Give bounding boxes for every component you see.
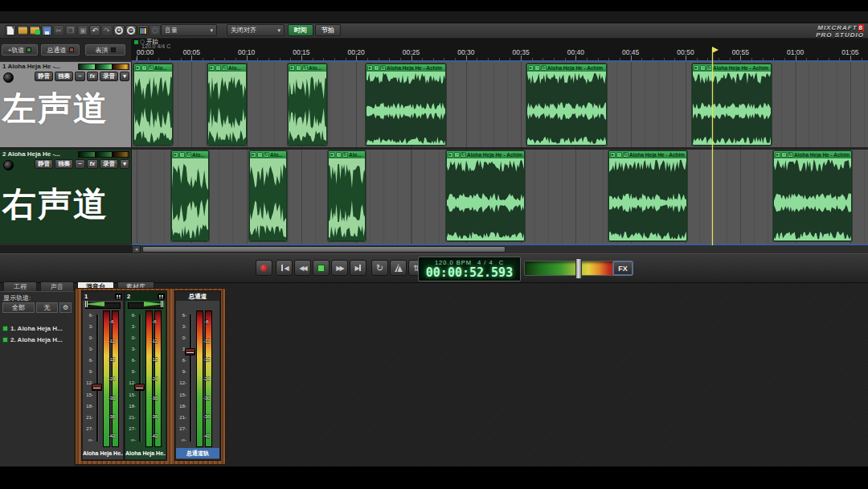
add-track-button[interactable]: +轨道: [2, 44, 38, 55]
undo-icon[interactable]: ↶: [89, 25, 100, 36]
save-icon[interactable]: [41, 25, 52, 36]
volume-fader[interactable]: 6303691215182127∞: [83, 310, 102, 447]
grid-icon[interactable]: [158, 294, 165, 299]
fader-scale-label: 6: [83, 358, 93, 363]
checkbox-icon[interactable]: [2, 337, 8, 343]
mute-button[interactable]: 静音: [35, 72, 53, 81]
audio-clip[interactable]: ▸◔↻Aloha Heja He - Achim: [366, 64, 446, 146]
fast-forward-button[interactable]: ▶▶: [331, 260, 348, 276]
fader-scale-label: 0: [176, 335, 186, 340]
snap-dropdown[interactable]: 关闭对齐 ▾: [227, 24, 285, 36]
fader-handle[interactable]: [185, 348, 195, 355]
master-volume-handle[interactable]: [575, 258, 582, 279]
record-button[interactable]: [256, 260, 272, 276]
automation-button[interactable]: ~: [75, 72, 84, 81]
metronome-button[interactable]: [390, 260, 407, 276]
volume-dropdown[interactable]: 音量 ▾: [161, 24, 217, 36]
paste-icon[interactable]: ▣: [77, 25, 88, 36]
show-all-button[interactable]: 全部: [2, 302, 35, 313]
playhead-flag-icon[interactable]: [712, 47, 719, 53]
open-folder-icon[interactable]: [17, 25, 28, 36]
track-1-lane[interactable]: ▸◔↻Alo...▸◔↻Alo...▸◔↻Alo...▸◔↻Aloha Heja…: [132, 62, 868, 147]
fader-handle[interactable]: [92, 384, 102, 391]
master-track-button[interactable]: 总通道: [41, 44, 80, 55]
zoom-in-icon[interactable]: +: [113, 25, 125, 36]
track-fx-button[interactable]: fx: [87, 159, 99, 169]
checkbox-icon[interactable]: [2, 326, 8, 331]
track-2-lane[interactable]: ▸◔↻Alo...▸◔↻Alo...▸◔↻Alo...▸◔↻Aloha Heja…: [132, 150, 868, 244]
audio-clip[interactable]: ▸◔↻Alo...: [133, 64, 173, 146]
audio-clip[interactable]: ▸◔↻Aloha Heja He - Achim: [446, 150, 525, 241]
audio-clip[interactable]: ▸◔↻Alo...: [249, 150, 287, 241]
audio-clip[interactable]: ▸◔↻Aloha Heja He - Achim: [773, 150, 852, 241]
track-list-item[interactable]: 2. Aloha Heja H...: [2, 334, 73, 345]
tab-project[interactable]: 工程: [3, 281, 37, 291]
meter-scale-label: -12: [145, 339, 163, 343]
master-fx-button[interactable]: FX: [612, 261, 633, 276]
settings-icon[interactable]: [149, 25, 161, 36]
fader-scale-label: 3: [83, 324, 93, 329]
perform-button[interactable]: 表演: [85, 44, 125, 55]
pan-handle[interactable]: [85, 301, 88, 307]
playhead-line[interactable]: [712, 48, 713, 245]
time-mode-button[interactable]: 时间: [288, 24, 313, 36]
gear-icon[interactable]: ⚙: [59, 302, 72, 313]
audio-clip[interactable]: ▸◔↻Alo...: [171, 150, 209, 241]
zoom-out-icon[interactable]: −: [125, 25, 137, 36]
arm-record-button[interactable]: 录音: [100, 72, 118, 81]
audio-clip[interactable]: ▸◔↻Alo...: [207, 64, 247, 146]
pan-slider[interactable]: [83, 301, 123, 310]
cut-icon: ✂: [55, 27, 62, 35]
ruler[interactable]: 开始 120.0 4/4 C 00:0000:0500:1000:1500:20…: [132, 39, 868, 60]
volume-fader[interactable]: 6303691215182127∞: [125, 310, 145, 447]
scroll-left-icon[interactable]: ◂: [132, 245, 141, 253]
chevron-down-icon[interactable]: ▾: [120, 159, 129, 169]
time-display[interactable]: 120.0 BPM 4 / 4 C 00:00:52.593: [418, 257, 521, 281]
grid-icon[interactable]: [115, 294, 122, 299]
loop-button[interactable]: ↻: [371, 260, 388, 276]
clip-play-icon: ▸: [610, 152, 616, 158]
beat-mode-button[interactable]: 节拍: [315, 24, 341, 36]
scrollbar-thumb[interactable]: [142, 246, 506, 253]
audio-clip[interactable]: ▸◔↻Aloha Heja He - Achim: [692, 64, 772, 146]
track-fx-button[interactable]: fx: [87, 72, 99, 81]
mixer-view-icon[interactable]: [137, 25, 149, 36]
rewind-button[interactable]: ◀◀: [294, 260, 311, 276]
clip-label: Alo...: [228, 65, 241, 71]
stop-button[interactable]: [313, 260, 330, 276]
import-folder-icon[interactable]: [29, 25, 40, 36]
new-file-icon[interactable]: [5, 25, 16, 36]
audio-clip[interactable]: ▸◔↻Aloha Heja He - Achim: [526, 64, 607, 146]
tab-sound[interactable]: 声音: [40, 281, 74, 291]
clip-waveform: [366, 72, 445, 145]
pan-slider[interactable]: [125, 301, 166, 310]
track-toolbar: +轨道 总通道 表演: [0, 39, 132, 60]
chevron-down-icon[interactable]: ▾: [120, 72, 129, 81]
audio-clip[interactable]: ▸◔↻Alo...: [328, 150, 366, 241]
arm-record-button[interactable]: 录音: [100, 159, 118, 169]
cut-icon[interactable]: ✂: [53, 25, 64, 36]
fader-handle[interactable]: [134, 384, 145, 391]
mute-button[interactable]: 静音: [35, 159, 53, 169]
rewind-icon: ◀: [284, 265, 287, 272]
audio-clip[interactable]: ▸◔↻Aloha Heja He - Achim: [608, 150, 687, 241]
automation-button[interactable]: ~: [75, 159, 84, 169]
meter-scale-label: -36: [145, 414, 163, 419]
audio-clip[interactable]: ▸◔↻Alo...: [288, 64, 327, 146]
copy-icon[interactable]: ❐: [65, 25, 76, 36]
add-track-label: +轨道: [8, 46, 25, 55]
show-none-button[interactable]: 无: [36, 302, 58, 313]
track-1-header[interactable]: 1 Aloha Heja He -... 静音 独奏 ~ fx 录音 ▾ 左声道: [0, 62, 132, 147]
bar-icon: [281, 265, 283, 271]
track-list-item[interactable]: 1. Aloha Heja H...: [2, 323, 73, 334]
go-to-start-button[interactable]: ◀: [276, 260, 293, 276]
clip-label: Aloha Heja He - Achim: [794, 152, 850, 158]
fader-scale-label: 6: [176, 313, 186, 318]
solo-button[interactable]: 独奏: [55, 159, 73, 169]
track-2-header[interactable]: 2 Aloha Heja He -... 静音 独奏 ~ fx 录音 ▾ 右声道: [0, 150, 132, 244]
redo-icon[interactable]: ↷: [101, 25, 113, 36]
solo-button[interactable]: 独奏: [55, 72, 73, 81]
volume-fader[interactable]: 6303691215182127∞: [176, 310, 195, 447]
go-to-end-button[interactable]: ▶: [350, 260, 366, 276]
pan-handle[interactable]: [161, 301, 163, 307]
